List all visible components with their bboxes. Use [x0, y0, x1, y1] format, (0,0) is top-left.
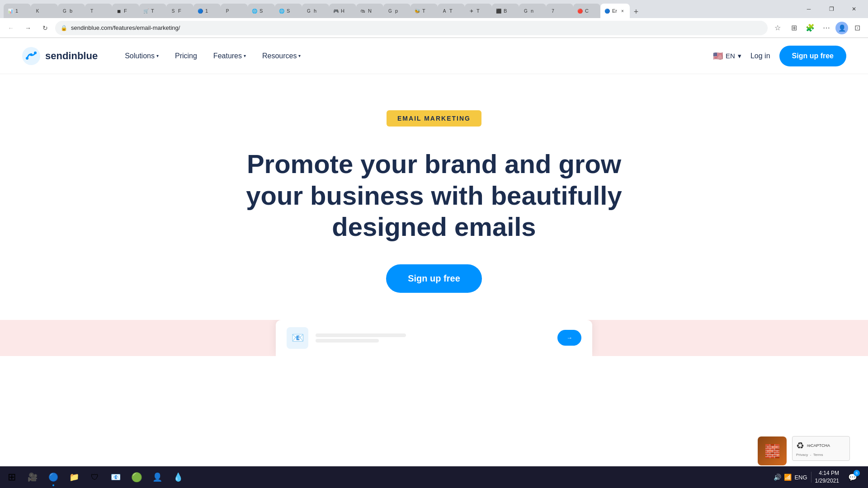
- browser-titlebar: 📊 1 K G b T ◼ F 🛒 T S F: [0, 0, 868, 18]
- window-controls: ─ ❐ ✕: [798, 2, 864, 16]
- tab-15-favicon: G: [387, 8, 393, 14]
- tab-14-favicon: 🛍: [360, 8, 366, 14]
- extensions-icon[interactable]: 🧩: [803, 21, 817, 35]
- tab-5[interactable]: ◼ F: [112, 4, 139, 18]
- tab-11-label: S: [287, 8, 290, 14]
- tab-16[interactable]: 🐝 T: [410, 4, 438, 18]
- tab-10-label: S: [259, 8, 263, 14]
- settings-icon[interactable]: ⋯: [819, 21, 834, 35]
- lang-label: EN: [726, 52, 735, 60]
- preview-card: 📧 →: [276, 320, 592, 356]
- tab-12[interactable]: G h: [302, 4, 329, 18]
- tab-20-label: n: [531, 8, 533, 14]
- nav-resources-label: Resources: [262, 52, 297, 60]
- tab-9[interactable]: P: [221, 4, 248, 18]
- login-link[interactable]: Log in: [750, 52, 770, 60]
- restore-button[interactable]: ❐: [821, 2, 842, 16]
- tab-14-label: N: [368, 8, 372, 14]
- tab-3[interactable]: G b: [58, 4, 85, 18]
- tab-active[interactable]: 🔵 Er ×: [600, 4, 630, 18]
- tab-3-favicon: G: [61, 8, 68, 14]
- tab-14[interactable]: 🛍 N: [356, 4, 383, 18]
- tab-13[interactable]: 🎮 H: [329, 4, 356, 18]
- refresh-button[interactable]: ↻: [38, 21, 52, 35]
- collections-icon[interactable]: ⊞: [787, 21, 801, 35]
- svg-point-3: [34, 52, 37, 54]
- tab-6[interactable]: 🛒 T: [139, 4, 166, 18]
- ssl-lock-icon: 🔒: [61, 25, 67, 31]
- tab-5-label: F: [124, 8, 127, 14]
- nav-solutions[interactable]: Solutions ▾: [125, 52, 159, 60]
- nav-features[interactable]: Features ▾: [213, 52, 246, 60]
- nav-pricing[interactable]: Pricing: [175, 52, 197, 60]
- tab-8[interactable]: 🔵 1: [193, 4, 221, 18]
- back-button[interactable]: ←: [4, 21, 18, 35]
- tab-19-favicon: ⬛: [495, 8, 502, 14]
- tab-15[interactable]: G p: [383, 4, 410, 18]
- new-tab-button[interactable]: +: [630, 5, 642, 18]
- tab-20[interactable]: G n: [519, 4, 546, 18]
- tab-6-label: T: [151, 8, 154, 14]
- tab-19-label: B: [504, 8, 507, 14]
- nav-resources-chevron: ▾: [298, 53, 301, 58]
- address-bar[interactable]: 🔒 sendinblue.com/features/email-marketin…: [55, 21, 768, 35]
- tab-close-button[interactable]: ×: [619, 7, 626, 14]
- tab-1-favicon: 📊: [7, 8, 14, 14]
- forward-button[interactable]: →: [21, 21, 35, 35]
- hero-title: Promote your brand and grow your busines…: [231, 148, 637, 243]
- sidebar-toggle[interactable]: ⊡: [850, 21, 864, 35]
- nav-resources[interactable]: Resources ▾: [262, 52, 301, 60]
- logo-icon: [22, 47, 41, 66]
- tab-9-favicon: P: [224, 8, 231, 14]
- signup-button-hero[interactable]: Sign up free: [386, 264, 482, 293]
- tab-12-favicon: G: [306, 8, 312, 14]
- tab-22[interactable]: 🔴 C: [573, 4, 600, 18]
- profile-avatar[interactable]: 👤: [835, 22, 848, 34]
- tab-21-favicon: 7: [550, 8, 556, 14]
- tab-21[interactable]: 7: [546, 4, 573, 18]
- language-selector[interactable]: 🇺🇸 EN ▾: [713, 51, 741, 61]
- tab-1-label: 1: [15, 8, 18, 14]
- tab-4[interactable]: T: [85, 4, 112, 18]
- recaptcha-top: ♻ reCAPTCHA: [796, 440, 846, 445]
- tab-17[interactable]: A T: [438, 4, 465, 18]
- star-icon[interactable]: ☆: [770, 21, 785, 35]
- minimize-button[interactable]: ─: [798, 2, 819, 16]
- floating-image: 🧱: [758, 436, 787, 445]
- preview-icon: 📧: [287, 327, 308, 349]
- tab-13-label: H: [341, 8, 344, 14]
- tab-10-favicon: 🌐: [251, 8, 258, 14]
- toolbar-actions: ☆ ⊞ 🧩 ⋯ 👤 ⊡: [770, 21, 864, 35]
- tab-1[interactable]: 📊 1: [4, 4, 31, 18]
- nav-solutions-label: Solutions: [125, 52, 155, 60]
- tab-strip: 📊 1 K G b T ◼ F 🛒 T S F: [4, 0, 794, 18]
- svg-point-1: [26, 57, 28, 60]
- bottom-preview-strip: 📧 →: [0, 320, 868, 356]
- logo[interactable]: sendinblue: [22, 47, 98, 66]
- tab-7[interactable]: S F: [166, 4, 193, 18]
- preview-action-button[interactable]: →: [557, 330, 581, 346]
- tab-7-label: F: [178, 8, 181, 14]
- tab-20-favicon: G: [523, 8, 529, 14]
- tab-8-favicon: 🔵: [197, 8, 203, 14]
- browser-toolbar: ← → ↻ 🔒 sendinblue.com/features/email-ma…: [0, 18, 868, 38]
- tab-2[interactable]: K: [31, 4, 58, 18]
- close-button[interactable]: ✕: [844, 2, 864, 16]
- browser-window: 📊 1 K G b T ◼ F 🛒 T S F: [0, 0, 868, 38]
- email-icon: 📧: [292, 332, 304, 344]
- tab-18[interactable]: ✈ T: [465, 4, 492, 18]
- logo-text: sendinblue: [45, 50, 98, 62]
- tab-12-label: h: [314, 8, 316, 14]
- flag-icon: 🇺🇸: [713, 51, 723, 61]
- tab-6-favicon: 🛒: [143, 8, 149, 14]
- tab-10[interactable]: 🌐 S: [248, 4, 275, 18]
- tab-17-favicon: A: [441, 8, 448, 14]
- nav-links: Solutions ▾ Pricing Features ▾ Resources…: [125, 52, 713, 60]
- recaptcha-text: reCAPTCHA: [807, 443, 830, 445]
- tab-11[interactable]: 🌐 S: [275, 4, 302, 18]
- tab-5-favicon: ◼: [116, 8, 122, 14]
- nav-pricing-label: Pricing: [175, 52, 197, 60]
- signup-button-nav[interactable]: Sign up free: [779, 46, 846, 66]
- tab-active-label: Er: [612, 8, 617, 14]
- tab-19[interactable]: ⬛ B: [492, 4, 519, 18]
